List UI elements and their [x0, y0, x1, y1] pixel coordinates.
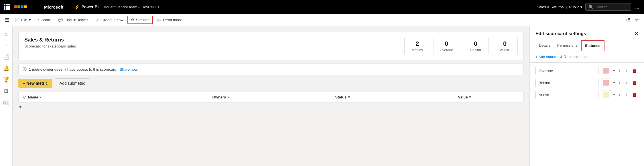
col-name-label: Name [28, 95, 38, 99]
reset-statuses-button[interactable]: ↺ Reset statuses [560, 55, 588, 59]
stat-overdue: 0 Overdue [434, 37, 459, 55]
chat-label: Chat in Teams [64, 18, 88, 22]
sidebar-item-pages[interactable]: 📄 [1, 52, 11, 62]
scorecard-header: Sales & Returns Scorecard for skateboard… [18, 32, 524, 60]
status-color-overdue[interactable] [601, 66, 611, 75]
stat-behind-label: Behind [469, 48, 482, 52]
scorecard-stats: 2 Metrics 0 Overdue 0 Behind 0 At risk [404, 37, 518, 55]
move-down-behind[interactable]: ↓ [624, 80, 629, 86]
stat-atrisk-value: 0 [498, 40, 512, 48]
read-mode-label: Read mode [163, 18, 182, 22]
move-up-overdue[interactable]: ↑ [617, 68, 622, 74]
status-color-atrisk[interactable] [601, 90, 611, 99]
sidebar-item-goals[interactable]: 🏆 [1, 74, 11, 85]
delete-atrisk[interactable]: 🗑 [631, 91, 638, 98]
col-owners-label: Owners [212, 95, 226, 99]
sidebar-item-notifications[interactable]: 🔔 [1, 63, 11, 73]
content-area: Sales & Returns Scorecard for skateboard… [13, 26, 529, 166]
move-down-overdue[interactable]: ↓ [624, 68, 629, 74]
create-flow-button[interactable]: ⚡ Create a flow [92, 16, 126, 23]
new-metric-button[interactable]: + New metric [18, 79, 52, 88]
col-name[interactable]: Name ∨ [28, 95, 212, 99]
status-name-behind[interactable] [535, 79, 598, 87]
col-owners[interactable]: Owners ∨ [212, 95, 335, 99]
chevron-down-icon: ▾ [580, 5, 582, 9]
owners-sort-icon: ∨ [227, 95, 230, 99]
star-icon[interactable]: ☆ [634, 16, 641, 24]
left-sidebar: ⌂ + 📄 🔔 🏆 ⊞ 📖 [0, 26, 13, 166]
flow-icon: ⚡ [95, 18, 100, 22]
stat-metrics-value: 2 [410, 40, 424, 48]
share-button[interactable]: ↑ Share [35, 16, 54, 23]
sidebar-item-add[interactable]: + [1, 40, 11, 50]
sidebar-item-learn[interactable]: 📖 [1, 97, 11, 108]
info-icon: ⓘ [23, 67, 27, 72]
search-input[interactable] [596, 5, 628, 9]
panel-content: ▾ ↑ ↓ 🗑 ▾ ↑ ↓ 🗑 [530, 63, 644, 166]
settings-icon: ⚙ [131, 18, 134, 22]
status-color-behind[interactable] [601, 78, 611, 87]
tab-details[interactable]: Details [535, 40, 554, 51]
actions-row: + New metric Add submetric [18, 78, 524, 88]
panel-close-button[interactable]: ✕ [635, 31, 638, 36]
name-sort-icon: ∨ [39, 95, 42, 99]
settings-button[interactable]: ⚙ Settings [127, 16, 153, 24]
share-icon: ↑ [38, 18, 40, 22]
filter-icon[interactable]: ▽ [23, 95, 26, 99]
powerbi-text: Power BI [82, 5, 99, 9]
workspace-title: Aquent vendor team – DevRel C+L [104, 5, 162, 9]
delete-overdue[interactable]: 🗑 [631, 67, 638, 74]
file-menu-button[interactable]: 📄 File ▾ [12, 16, 34, 23]
stat-overdue-value: 0 [440, 40, 453, 48]
scorecard-title: Sales & Returns [24, 37, 76, 43]
chevron-down-icon: ▾ [29, 18, 31, 22]
top-nav: Microsoft ⚡ Power BI Aquent vendor team … [0, 0, 644, 14]
panel-header: Edit scorecard settings ✕ [530, 26, 644, 40]
color-dropdown-icon-overdue[interactable]: ▾ [613, 69, 615, 72]
status-name-atrisk[interactable] [535, 91, 598, 99]
toolbar: ☰ 📄 File ▾ ↑ Share 💬 Chat in Teams ⚡ Cre… [0, 14, 644, 26]
sidebar-item-home[interactable]: ⌂ [1, 29, 11, 39]
right-panel: Edit scorecard settings ✕ Details Permis… [529, 26, 644, 166]
menu-toggle-button[interactable]: ☰ [3, 15, 11, 25]
stat-metrics-label: Metrics [410, 48, 424, 52]
table-header: ▽ Name ∨ Owners ∨ Status ∨ Value ∨ [18, 92, 524, 102]
settings-label: Settings [136, 18, 149, 22]
powerbi-icon: ⚡ [74, 4, 80, 10]
stat-behind-value: 0 [469, 40, 482, 48]
search-box[interactable]: 🔍 [585, 3, 631, 11]
col-value-label: Value [458, 95, 468, 99]
main-area: ⌂ + 📄 🔔 🏆 ⊞ 📖 Sales & Returns Scorecard … [0, 26, 644, 166]
color-dropdown-icon-atrisk[interactable]: ▾ [613, 93, 615, 96]
status-name-overdue[interactable] [535, 67, 598, 75]
stat-metrics: 2 Metrics [404, 37, 430, 55]
value-sort-icon: ∨ [469, 95, 471, 99]
chat-in-teams-button[interactable]: 💬 Chat in Teams [55, 16, 91, 23]
read-mode-button[interactable]: 📖 Read mode [154, 16, 185, 23]
read-mode-icon: 📖 [157, 18, 162, 22]
add-submetric-button[interactable]: Add submetric [55, 78, 90, 88]
col-status[interactable]: Status ∨ [335, 95, 458, 99]
tab-permissions[interactable]: Permissions [554, 40, 581, 51]
teams-icon: 💬 [58, 18, 63, 22]
move-down-atrisk[interactable]: ↓ [624, 92, 629, 98]
visibility-dropdown[interactable]: Public ▾ [569, 5, 582, 9]
move-up-atrisk[interactable]: ↑ [617, 92, 622, 98]
delete-behind[interactable]: 🗑 [631, 79, 638, 86]
share-now-link[interactable]: Share now. [120, 67, 138, 72]
sidebar-item-apps[interactable]: ⊞ [1, 86, 11, 96]
tab-statuses[interactable]: Statuses [581, 40, 604, 51]
col-value[interactable]: Value ∨ [458, 95, 520, 99]
color-dropdown-icon-behind[interactable]: ▾ [613, 81, 615, 84]
waffle-icon[interactable] [3, 3, 10, 10]
color-swatch-atrisk [603, 92, 609, 98]
move-up-behind[interactable]: ↑ [617, 80, 622, 86]
add-status-button[interactable]: + Add status [535, 55, 556, 59]
microsoft-label: Microsoft [44, 5, 64, 9]
more-options-button[interactable]: ... [634, 3, 641, 11]
refresh-icon[interactable]: ↺ [625, 16, 631, 24]
report-info: Sales & Returns | Public ▾ [537, 5, 582, 9]
panel-title: Edit scorecard settings [535, 31, 586, 36]
status-row-overdue: ▾ ↑ ↓ 🗑 [535, 66, 638, 75]
powerbi-branding: ⚡ Power BI [74, 4, 99, 10]
